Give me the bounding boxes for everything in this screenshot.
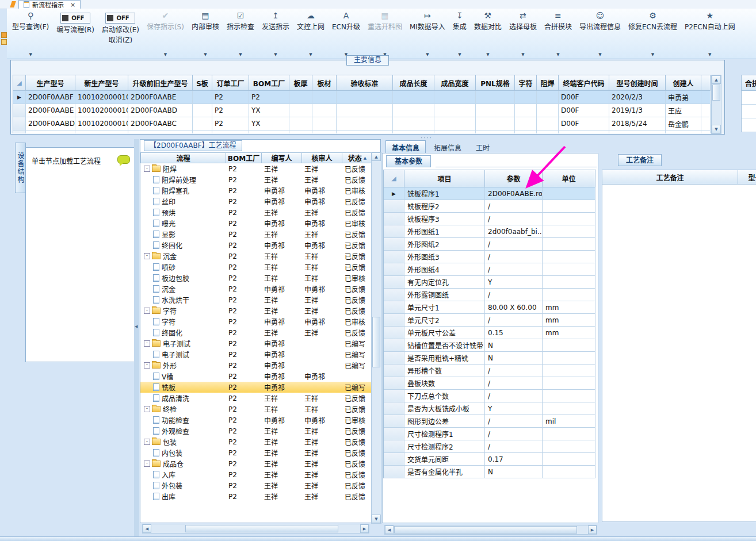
start-modify-toggle[interactable]: OFF — [105, 13, 135, 24]
param-value-cell[interactable]: 2d00f0aabf_bi... — [485, 225, 543, 238]
param-row[interactable]: 外形露铜图纸/ — [384, 289, 596, 301]
param-value-cell[interactable]: / — [485, 314, 543, 327]
column-header[interactable]: 字符 — [515, 75, 537, 91]
param-value-cell[interactable]: / — [485, 364, 543, 377]
column-header[interactable]: 新生产型号 — [75, 75, 128, 91]
flow-group-row[interactable]: -电子测试P2申勇祁已编写 — [140, 338, 372, 349]
chevron-down-icon[interactable]: ▼ — [651, 51, 654, 57]
expander-icon[interactable]: - — [144, 253, 150, 259]
scroll-thumb[interactable] — [712, 85, 720, 101]
toolbar-button-data-compare[interactable]: ⚒数据对比▼ — [472, 10, 503, 57]
tab-基本信息[interactable]: 基本信息 — [385, 140, 426, 153]
param-row[interactable]: 单元尺寸180.00 X 60.00mm — [384, 301, 596, 314]
param-row[interactable]: 钻槽位置是否不设计铣带N — [384, 339, 596, 352]
param-value-cell[interactable]: 2D00F0AABE.rou — [485, 187, 543, 200]
flow-step-row[interactable]: 预烘P2王祥王祥已反馈 — [140, 207, 372, 218]
param-row[interactable]: 外形图纸12d00f0aabf_bi... — [384, 225, 596, 238]
column-header[interactable]: 订单工厂 — [212, 75, 249, 91]
main-table-scrollbar[interactable]: ▲ ▼ — [711, 75, 721, 134]
param-value-cell[interactable]: / — [485, 390, 543, 402]
column-header[interactable]: 成品宽度 — [434, 75, 476, 91]
param-value-cell[interactable]: N — [485, 339, 543, 352]
expander-icon[interactable]: - — [144, 362, 150, 369]
param-value-cell[interactable]: / — [485, 289, 543, 301]
expander-icon[interactable]: - — [144, 308, 150, 314]
param-row[interactable]: 铣板程序3/ — [384, 213, 596, 225]
toolbar-button-model-query[interactable]: ⚲型号查询(F)▼ — [10, 10, 51, 57]
chevron-down-icon[interactable]: ▼ — [204, 51, 207, 57]
flow-step-row[interactable]: 阻焊塞孔P2申勇祁申勇祁已审核 — [140, 185, 372, 196]
toolbar-button-merge-module[interactable]: ≡合拼模块▼ — [543, 10, 574, 57]
flow-step-row[interactable]: 出库P2王祥王祥已反馈 — [140, 491, 372, 502]
scroll-left-icon[interactable]: ◀ — [385, 525, 394, 534]
sidebar-tab-device-structure[interactable]: 设备结构 — [15, 143, 26, 193]
select-all-corner[interactable]: ◢ — [384, 170, 404, 187]
chevron-down-icon[interactable]: ▼ — [486, 51, 489, 57]
param-value-cell[interactable]: / — [485, 440, 543, 453]
collapse-left-icon[interactable]: ◀ — [135, 324, 138, 329]
chevron-down-icon[interactable]: ▼ — [239, 51, 242, 57]
flow-step-row[interactable]: 沉金P2申勇祁申勇祁已反馈 — [140, 283, 372, 294]
flow-step-row[interactable]: 喷砂P2王祥王祥已反馈 — [140, 262, 372, 273]
flow-step-row[interactable]: 成品清洗P2王祥王祥已反馈 — [140, 393, 372, 404]
column-header[interactable]: 型号备注 — [738, 170, 756, 185]
document-tab[interactable]: 新流程指示 × — [18, 0, 81, 9]
scroll-left-icon[interactable]: ◀ — [143, 524, 151, 533]
param-row[interactable]: 外形图纸3/ — [384, 251, 596, 263]
flow-step-row[interactable]: 丝印P2申勇祁申勇祁已反馈 — [140, 196, 372, 207]
scroll-up-icon[interactable]: ▲ — [712, 75, 721, 84]
column-header[interactable]: 验收标准 — [337, 75, 393, 91]
select-all-corner[interactable]: ◢ — [13, 75, 26, 91]
chevron-down-icon[interactable]: ▼ — [29, 51, 32, 57]
param-value-cell[interactable]: / — [485, 415, 543, 428]
flow-step-row[interactable]: 板边包胶P2王祥王祥已审核 — [140, 273, 372, 283]
flow-step-row[interactable]: 功能检查P2申勇祁申勇祁已审核 — [140, 415, 372, 425]
param-row[interactable]: 叠板块数/ — [384, 377, 596, 390]
column-header[interactable]: 阻焊 — [537, 75, 559, 91]
flow-step-row[interactable]: 水洗烘干P2王祥王祥已反馈 — [140, 294, 372, 305]
param-value-cell[interactable]: / — [485, 200, 543, 213]
flow-group-row[interactable]: -沉金P2王祥王祥已反馈 — [140, 251, 372, 262]
toolbar-button-p2ecn-auto-upload[interactable]: ★P2ECN自动上网▼ — [683, 10, 737, 57]
column-header[interactable]: S板 — [193, 75, 212, 91]
flow-group-row[interactable]: -成品仓P2王祥王祥已反馈 — [140, 458, 372, 469]
chevron-down-icon[interactable]: ▼ — [274, 51, 277, 57]
column-header[interactable]: 成品长度 — [393, 75, 434, 91]
flow-group-row[interactable]: -阻焊P2王祥王祥已反馈 — [140, 163, 372, 174]
toolbar-sub-label[interactable]: 取消(Z) — [109, 34, 133, 44]
toolbar-button-repair-ecn-flow[interactable]: ⚙修复ECN丢流程▼ — [627, 10, 679, 57]
param-row[interactable]: 尺寸检测程序1/ — [384, 428, 596, 440]
param-value-cell[interactable]: Y — [485, 276, 543, 289]
param-value-cell[interactable]: 0.17 — [485, 453, 543, 466]
scroll-down-icon[interactable]: ▼ — [712, 125, 721, 133]
column-header[interactable]: 终端客户代码 — [559, 75, 609, 91]
flow-step-row[interactable]: 外观检查P2王祥王祥已反馈 — [140, 425, 372, 436]
flow-group-row[interactable]: -字符P2王祥王祥已反馈 — [140, 305, 372, 316]
param-row[interactable]: 外形图纸2/ — [384, 238, 596, 251]
toolbar-button-ecn-upgrade[interactable]: AECN升级▼ — [330, 10, 362, 57]
toolbar-button-send-instruction[interactable]: ↥发送指示▼ — [260, 10, 291, 57]
flow-column-header[interactable]: 状态▲ — [342, 152, 373, 163]
flow-step-row[interactable]: 阻焊前处理P2王祥王祥已反馈 — [140, 174, 372, 185]
column-header[interactable]: 创建人 — [666, 75, 701, 91]
column-header[interactable]: 板材 — [312, 75, 337, 91]
param-value-cell[interactable]: / — [485, 377, 543, 390]
param-row[interactable]: 是否采用粗铣+精铣N — [384, 352, 596, 364]
flow-group-row[interactable]: -外形P2申勇祁已编写 — [140, 360, 372, 371]
flow-step-row[interactable]: 外包装P2王祥王祥已反馈 — [140, 480, 372, 491]
scroll-right-icon[interactable]: ▶ — [360, 524, 369, 533]
flow-column-header[interactable]: BOM工厂 — [226, 152, 262, 163]
column-header[interactable]: BOM工厂 — [249, 75, 289, 91]
table-row[interactable]: ▶2D00F0AABF100102000010222D00F0AABEP2P2D… — [13, 91, 711, 104]
chevron-down-icon[interactable]: ▼ — [164, 51, 167, 57]
flow-tree-vscrollbar[interactable]: ▲ ▼ — [371, 152, 381, 524]
scroll-down-icon[interactable]: ▼ — [372, 515, 381, 523]
flow-step-row[interactable]: 电子测试P2申勇祁已编写 — [140, 349, 372, 360]
toolbar-button-select-mother-board[interactable]: ⇄选择母板▼ — [507, 10, 539, 57]
flow-column-header[interactable]: 流程 — [141, 152, 226, 163]
param-row[interactable]: 是否为大板铣成小板Y — [384, 402, 596, 415]
write-flow-toggle[interactable]: OFF — [60, 13, 90, 24]
toolbar-button-instruction-check[interactable]: ☑指示检查▼ — [225, 10, 256, 57]
flow-step-row[interactable]: 字符P2申勇祁申勇祁已审核 — [140, 316, 372, 327]
tab-拓展信息[interactable]: 拓展信息 — [427, 140, 468, 153]
